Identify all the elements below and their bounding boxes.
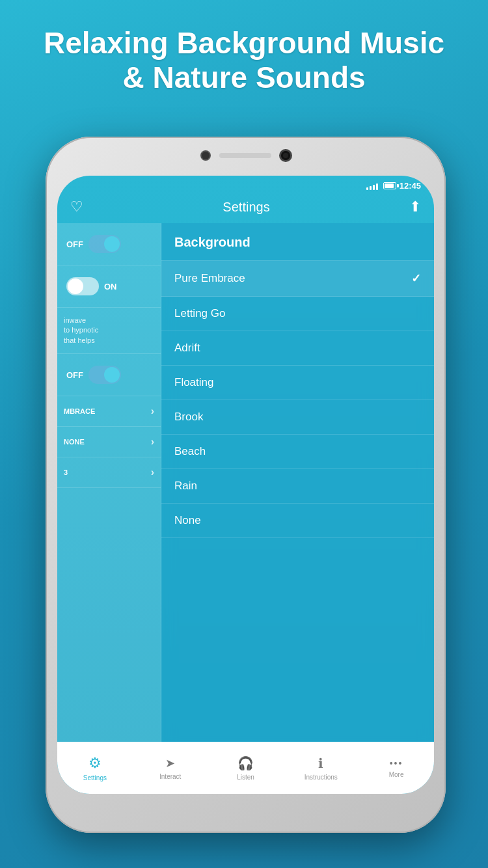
front-camera: [281, 151, 290, 160]
toggle-1[interactable]: [88, 235, 121, 253]
dropdown-item-adrift[interactable]: Adrift: [161, 331, 434, 366]
tab-more[interactable]: ••• More: [359, 742, 434, 794]
dropdown-item-label-rain: Rain: [174, 480, 197, 493]
tab-listen[interactable]: 🎧 Listen: [208, 742, 284, 794]
phone-top-hardware: [202, 151, 290, 160]
header-title: Relaxing Background Music & Nature Sound…: [0, 0, 488, 108]
dropdown-header-text: Background: [174, 235, 251, 249]
dropdown-item-floating[interactable]: Floating: [161, 366, 434, 400]
toggle-3-container: OFF: [66, 366, 121, 384]
dropdown-item-label-pure-embrace: Pure Embrace: [174, 272, 245, 285]
signal-bar-2: [370, 186, 372, 190]
app-bar-title: Settings: [223, 200, 269, 215]
front-camera-dot: [202, 152, 210, 159]
nav-item-embrace[interactable]: MBRACE ›: [57, 396, 161, 427]
speaker-grill: [219, 153, 271, 158]
nav-item-embrace-label: MBRACE: [64, 407, 95, 415]
phone-frame: 12:45 ♡ Settings ⬆ OFF: [46, 137, 446, 833]
listen-icon: 🎧: [237, 755, 254, 771]
toggle-1-knob: [104, 236, 120, 252]
nav-item-3[interactable]: 3 ›: [57, 457, 161, 488]
nav-item-3-chevron: ›: [151, 467, 154, 478]
nav-item-3-label: 3: [64, 468, 68, 476]
tab-more-label: More: [389, 771, 404, 778]
nav-item-none-label: NONE: [64, 438, 85, 446]
toggle-2[interactable]: [66, 277, 99, 295]
app-bar: ♡ Settings ⬆: [57, 193, 434, 223]
toggle-2-knob: [68, 278, 83, 294]
dropdown-item-brook[interactable]: Brook: [161, 400, 434, 435]
tab-interact[interactable]: ➤ Interact: [133, 742, 208, 794]
heart-icon[interactable]: ♡: [70, 198, 83, 215]
nav-item-none-chevron: ›: [151, 436, 154, 448]
tab-listen-label: Listen: [237, 774, 254, 781]
more-icon: •••: [390, 758, 403, 768]
page-background: Relaxing Background Music & Nature Sound…: [0, 0, 488, 108]
left-panel: OFF ON: [57, 223, 161, 750]
toggle-3[interactable]: [88, 366, 121, 384]
dropdown-item-rain[interactable]: Rain: [161, 469, 434, 504]
settings-icon: ⚙: [88, 755, 102, 772]
toggle-3-item[interactable]: OFF: [57, 354, 161, 396]
dropdown-item-label-beach: Beach: [174, 445, 206, 458]
toggle-background-item[interactable]: OFF: [57, 223, 161, 265]
dropdown-item-label-brook: Brook: [174, 411, 203, 424]
description-item: inwaveto hypnoticthat helps: [57, 308, 161, 354]
toggle-2-container: ON: [66, 277, 117, 295]
battery-fill: [385, 183, 394, 188]
tab-settings-label: Settings: [83, 774, 107, 781]
content-area: OFF ON: [57, 223, 434, 750]
check-mark-pure-embrace: ✓: [411, 271, 421, 286]
dropdown-header: Background: [161, 223, 434, 261]
toggle-3-label: OFF: [66, 370, 83, 380]
tab-instructions-label: Instructions: [305, 774, 338, 781]
dropdown-item-label-floating: Floating: [174, 376, 213, 389]
phone-screen: 12:45 ♡ Settings ⬆ OFF: [57, 176, 434, 794]
signal-bar-3: [373, 185, 375, 190]
status-time: 12:45: [400, 181, 421, 191]
interact-icon: ➤: [165, 756, 175, 770]
right-panel-dropdown: Background Pure Embrace ✓ Letting Go Adr…: [161, 223, 434, 750]
signal-bars: [366, 182, 378, 190]
signal-bar-1: [366, 187, 368, 190]
battery-icon: [383, 182, 396, 189]
dropdown-item-pure-embrace[interactable]: Pure Embrace ✓: [161, 261, 434, 297]
tab-interact-label: Interact: [159, 773, 181, 780]
signal-bar-4: [376, 183, 378, 190]
tab-bar: ⚙ Settings ➤ Interact 🎧 Listen ℹ Instruc…: [57, 742, 434, 794]
toggle-3-knob: [104, 367, 120, 383]
instructions-icon: ℹ: [318, 755, 323, 771]
toggle-1-container: OFF: [66, 235, 121, 253]
nav-item-none[interactable]: NONE ›: [57, 427, 161, 457]
dropdown-item-letting-go[interactable]: Letting Go: [161, 297, 434, 331]
status-bar: 12:45: [57, 176, 434, 193]
toggle-on-item[interactable]: ON: [57, 265, 161, 308]
description-text: inwaveto hypnoticthat helps: [64, 316, 98, 346]
dropdown-item-none[interactable]: None: [161, 504, 434, 538]
share-icon[interactable]: ⬆: [409, 198, 421, 215]
dropdown-item-label-adrift: Adrift: [174, 342, 200, 355]
nav-item-embrace-chevron: ›: [151, 405, 154, 417]
tab-instructions[interactable]: ℹ Instructions: [283, 742, 359, 794]
toggle-1-label: OFF: [66, 239, 83, 249]
dropdown-item-label-letting-go: Letting Go: [174, 307, 225, 320]
dropdown-item-label-none: None: [174, 514, 201, 527]
dropdown-item-beach[interactable]: Beach: [161, 435, 434, 469]
toggle-2-label: ON: [104, 282, 117, 292]
tab-settings[interactable]: ⚙ Settings: [57, 742, 133, 794]
